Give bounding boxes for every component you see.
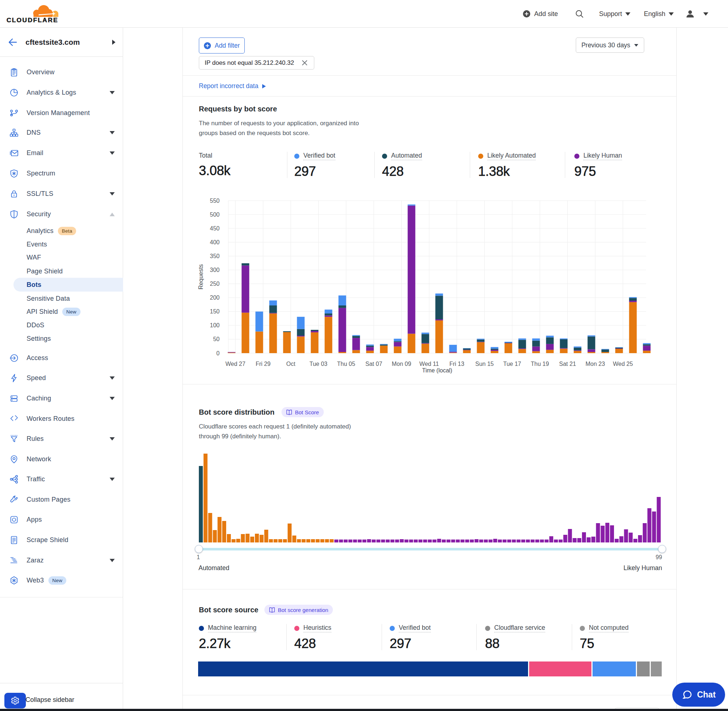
bar-segment-automated[interactable] — [297, 329, 304, 336]
histogram-bar[interactable] — [442, 540, 446, 543]
histogram-bar[interactable] — [306, 539, 310, 543]
report-incorrect-data-link[interactable]: Report incorrect data — [199, 82, 266, 90]
bar-segment-likely-automated[interactable] — [463, 350, 471, 353]
bar-segment-likely-automated[interactable] — [352, 350, 360, 353]
sidebar-item-spectrum[interactable]: Spectrum — [0, 167, 123, 180]
histogram-bar[interactable] — [488, 540, 492, 543]
sidebar-item-settings[interactable]: Settings — [0, 332, 123, 345]
histogram-bar[interactable] — [531, 540, 535, 543]
bar-segment-likely-human[interactable] — [241, 266, 249, 313]
sidebar-item-security[interactable]: Security — [0, 207, 123, 221]
bar-segment-likely-human[interactable] — [588, 349, 595, 352]
histogram-bar[interactable] — [208, 513, 212, 543]
bar-segment-likely-human[interactable] — [421, 343, 429, 344]
bar-segment-likely-human[interactable] — [408, 206, 415, 334]
bar-segment-likely-automated[interactable] — [435, 320, 443, 353]
histogram-bar[interactable] — [316, 539, 320, 543]
histogram-bar[interactable] — [470, 540, 474, 543]
stat-label[interactable]: Automated — [391, 152, 422, 160]
histogram-bar[interactable] — [283, 539, 287, 543]
bar-segment-verified-bot[interactable] — [504, 342, 512, 342]
bar-segment-automated[interactable] — [560, 339, 567, 348]
bar-segment-verified-bot[interactable] — [408, 205, 415, 206]
collapse-sidebar-label[interactable]: Collapse sidebar — [25, 696, 74, 704]
bar-segment-likely-automated[interactable] — [269, 313, 277, 353]
bar-segment-automated[interactable] — [490, 349, 498, 350]
sidebar-item-network[interactable]: Network — [0, 452, 123, 466]
source-stacked-bar[interactable] — [198, 661, 662, 676]
bot-score-histogram[interactable] — [193, 451, 667, 544]
slider-handle-min[interactable] — [195, 545, 203, 553]
histogram-bar[interactable] — [217, 517, 222, 543]
bar-segment-likely-automated[interactable] — [477, 342, 484, 353]
histogram-bar[interactable] — [521, 540, 525, 543]
histogram-bar[interactable] — [549, 536, 553, 543]
bar-segment-likely-automated[interactable] — [490, 351, 498, 353]
bar-segment-verified-bot[interactable] — [463, 348, 471, 348]
bar-segment-automated[interactable] — [366, 345, 374, 347]
bar-segment-automated[interactable] — [325, 313, 332, 315]
histogram-bar[interactable] — [325, 539, 329, 543]
histogram-bar[interactable] — [260, 535, 264, 543]
histogram-bar[interactable] — [610, 525, 614, 543]
settings-gear-button[interactable] — [4, 693, 26, 708]
sidebar-item-dns[interactable]: DNS — [0, 125, 123, 139]
histogram-bar[interactable] — [213, 530, 217, 543]
histogram-bar[interactable] — [409, 540, 413, 543]
histogram-bar[interactable] — [386, 540, 390, 543]
requests-bar-chart[interactable]: 050100150200250300350400450500550Wed 27F… — [183, 195, 676, 377]
histogram-bar[interactable] — [381, 540, 385, 543]
bar-segment-verified-bot[interactable] — [532, 339, 540, 341]
histogram-bar[interactable] — [348, 540, 353, 543]
histogram-bar[interactable] — [405, 540, 409, 543]
sidebar-item-access[interactable]: Access — [0, 351, 123, 365]
sidebar-item-events[interactable]: Events — [0, 237, 123, 251]
bar-segment-automated[interactable] — [574, 348, 581, 351]
bar-segment-likely-automated[interactable] — [615, 349, 623, 353]
bar-segment-verified-bot[interactable] — [560, 339, 567, 339]
histogram-bar[interactable] — [568, 529, 572, 543]
histogram-bar[interactable] — [643, 523, 647, 543]
stat-label[interactable]: Likely Automated — [487, 152, 536, 160]
histogram-bar[interactable] — [372, 540, 376, 543]
bar-segment-verified-bot[interactable] — [588, 335, 595, 336]
source-bar-segment-machine-learning[interactable] — [198, 661, 528, 676]
histogram-bar[interactable] — [615, 539, 619, 543]
search-button[interactable] — [575, 9, 584, 19]
bar-segment-verified-bot[interactable] — [449, 345, 457, 352]
bar-segment-automated[interactable] — [352, 336, 360, 338]
histogram-bar[interactable] — [269, 539, 273, 543]
histogram-bar[interactable] — [395, 540, 399, 543]
bar-segment-likely-automated[interactable] — [560, 349, 567, 353]
bar-segment-likely-automated[interactable] — [283, 332, 291, 353]
histogram-bar[interactable] — [652, 512, 656, 543]
bar-segment-verified-bot[interactable] — [629, 297, 636, 298]
bar-segment-automated[interactable] — [269, 305, 277, 313]
stat-label[interactable]: Verified bot — [399, 624, 431, 632]
bar-segment-verified-bot[interactable] — [643, 343, 650, 344]
bar-segment-automated[interactable] — [283, 331, 291, 332]
bar-segment-verified-bot[interactable] — [574, 347, 581, 348]
bar-segment-verified-bot[interactable] — [546, 336, 554, 338]
sidebar-item-rules[interactable]: Rules — [0, 432, 123, 445]
bar-segment-likely-human[interactable] — [338, 308, 346, 352]
bar-segment-likely-human[interactable] — [449, 352, 457, 353]
bar-segment-automated[interactable] — [421, 334, 429, 343]
bar-segment-likely-automated[interactable] — [380, 345, 387, 353]
histogram-bar[interactable] — [605, 523, 609, 543]
bar-segment-likely-automated[interactable] — [449, 353, 457, 353]
bar-segment-verified-bot[interactable] — [518, 339, 526, 340]
histogram-bar[interactable] — [311, 539, 315, 543]
sidebar-item-waf[interactable]: WAF — [0, 251, 123, 264]
bar-segment-likely-automated[interactable] — [421, 344, 429, 353]
histogram-bar[interactable] — [400, 539, 404, 543]
sidebar-item-scrape-shield[interactable]: Scrape Shield — [0, 533, 123, 547]
stat-label[interactable]: Likely Human — [583, 152, 622, 160]
bar-segment-verified-bot[interactable] — [435, 294, 443, 296]
bar-segment-likely-automated[interactable] — [408, 334, 415, 353]
histogram-bar[interactable] — [292, 535, 297, 543]
histogram-bar[interactable] — [329, 539, 334, 543]
bar-segment-likely-human[interactable] — [269, 313, 277, 314]
add-site-button[interactable]: Add site — [522, 9, 558, 18]
bar-segment-verified-bot[interactable] — [366, 344, 374, 345]
